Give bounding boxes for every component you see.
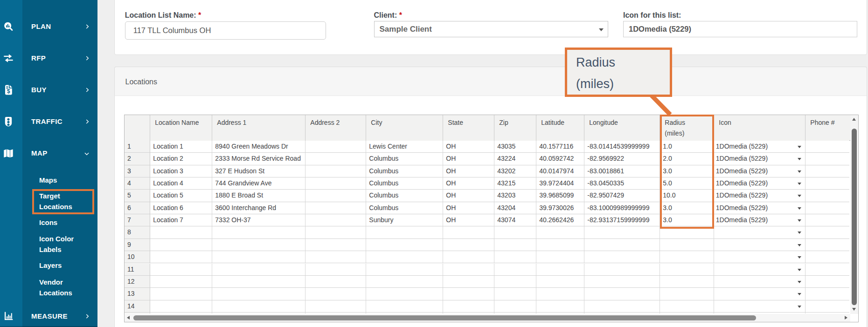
- svg-text:$: $: [7, 88, 10, 95]
